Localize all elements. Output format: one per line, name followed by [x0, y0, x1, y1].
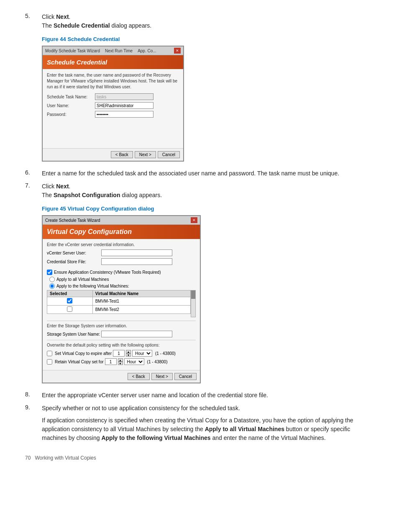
dialog-titlebar: Modify Schedule Task Wizard Next Run Tim… [43, 46, 183, 55]
step-8: 8. Enter the appropriate vCenter server … [25, 391, 374, 400]
retain-row: Retain Virtual Copy set for ▲ ▼ Hour (1 … [47, 358, 196, 365]
apply-following-vms-radio[interactable] [49, 283, 55, 289]
step-8-number: 8. [25, 391, 42, 398]
apply-all-vms-radio[interactable] [49, 277, 55, 282]
vm2-name-cell: BMVM-Test2 [92, 306, 190, 314]
step-7: 7. Click Next. The Snapshot Configuratio… [25, 182, 374, 200]
vcc-close-button[interactable]: ✕ [191, 217, 197, 223]
expire-range: (1 - 43800) [155, 351, 176, 356]
step-6-text: Enter a name for the scheduled task and … [42, 169, 339, 178]
expire-spinner: ▲ ▼ [126, 350, 131, 357]
figure-44-caption: Figure 44 Schedule Credential [42, 36, 374, 42]
step-9-text: Specify whether or not to use applicatio… [42, 405, 240, 411]
schedule-task-name-row: Schedule Task Name: [47, 93, 179, 100]
step-6-number: 6. [25, 169, 42, 176]
retain-value-input[interactable] [105, 358, 117, 365]
password-label: Password: [47, 112, 95, 117]
schedule-task-name-input[interactable] [95, 93, 153, 100]
dialog-title-tabs: Modify Schedule Task Wizard Next Run Tim… [45, 49, 156, 53]
vm-table-container: Selected Virtual Machine Name BMVM-Test1 [47, 290, 196, 317]
step-9: 9. Specify whether or not to use applica… [25, 404, 374, 442]
vcenter-user-input[interactable] [101, 249, 172, 256]
expire-unit-dropdown[interactable]: Hour [132, 350, 152, 357]
divider-2 [47, 340, 196, 340]
vcc-dialog-titlebar: Create Schedule Task Wizard ✕ [43, 216, 200, 225]
vm2-selected-cell [47, 306, 93, 314]
expire-checkbox[interactable] [47, 351, 52, 356]
vcc-footer: < Back Next > Cancel [43, 370, 200, 383]
back-button[interactable]: < Back [111, 151, 133, 158]
vm1-name-cell: BMVM-Test1 [92, 297, 190, 306]
vcc-dialog-wrapper: Create Schedule Task Wizard ✕ Virtual Co… [42, 215, 374, 383]
step-7-dialog-name: Snapshot Configuration [54, 192, 120, 198]
password-row: Password: [47, 111, 179, 118]
dialog-close-button[interactable]: ✕ [174, 48, 181, 54]
next-button[interactable]: Next > [135, 151, 156, 158]
vcc-body: Enter the vCenter server credential info… [43, 239, 200, 370]
vcc-dialog-title: Create Schedule Task Wizard [45, 218, 100, 223]
vm2-checkbox[interactable] [67, 306, 72, 312]
cancel-button[interactable]: Cancel [158, 151, 180, 158]
apply-all-bold: Apply to all Virtual Machines [205, 426, 284, 432]
divider-1 [47, 321, 196, 321]
retain-range: (1 - 43800) [147, 360, 168, 364]
storage-user-label: Storage System User Name: [47, 332, 101, 337]
vm1-checkbox[interactable] [67, 298, 72, 303]
expire-row: Set Virtual Copy to expire after ▲ ▼ Hou… [47, 350, 196, 357]
apply-all-vms-label: Apply to all Virtual Machines [56, 277, 109, 282]
step-7-bold: Next [56, 183, 69, 190]
step-5-bold: Next [56, 13, 69, 20]
expire-text: Set Virtual Copy to expire after [55, 351, 112, 356]
figure-45-caption: Figure 45 Virtual Copy Configuration dia… [42, 206, 374, 212]
expire-value-input[interactable] [113, 350, 125, 357]
dialog-tab-2: Next Run Time [105, 49, 133, 53]
step-7-text: Click Next. The Snapshot Configuration d… [42, 182, 162, 200]
vcc-header-title: Virtual Copy Configuration [43, 225, 200, 239]
step-5: 5. Click Next. The Schedule Credential d… [25, 13, 374, 30]
col-selected: Selected [47, 290, 93, 297]
apply-all-vms-row: Apply to all Virtual Machines [49, 277, 196, 282]
step-6: 6. Enter a name for the scheduled task a… [25, 169, 374, 178]
vm-table: Selected Virtual Machine Name BMVM-Test1 [47, 290, 191, 314]
storage-user-input[interactable] [101, 331, 172, 337]
app-consistency-checkbox[interactable] [47, 270, 52, 275]
step-8-text: Enter the appropriate vCenter server use… [42, 391, 268, 400]
table-row: BMVM-Test1 [47, 297, 191, 306]
user-name-label: User Name: [47, 103, 95, 108]
footer-section: Working with Virtual Copies [35, 455, 96, 461]
vcc-back-button[interactable]: < Back [128, 373, 150, 380]
dialog-body: Enter the task name, the user name and p… [43, 69, 183, 148]
table-row: BMVM-Test2 [47, 306, 191, 314]
retain-text: Retain Virtual Copy set for [55, 360, 104, 364]
credential-store-input[interactable] [101, 258, 172, 265]
vcenter-user-label: vCenter Server User: [47, 251, 101, 255]
user-name-row: User Name: [47, 102, 179, 109]
password-input[interactable] [95, 111, 153, 118]
storage-section-label: Enter the Storage System user informatio… [47, 324, 196, 328]
footer-page-num: 70 [25, 455, 31, 461]
storage-user-row: Storage System User Name: [47, 331, 196, 337]
step-5-dialog-name: Schedule Credential [54, 22, 110, 29]
credential-store-row: Credential Store File: [47, 258, 196, 265]
expire-spin-down[interactable]: ▼ [126, 353, 131, 357]
expire-spin-up[interactable]: ▲ [126, 350, 131, 353]
dialog-footer: < Back Next > Cancel [43, 148, 183, 161]
col-vm-name: Virtual Machine Name [92, 290, 190, 297]
user-name-input[interactable] [95, 102, 153, 109]
schedule-credential-dialog: Modify Schedule Task Wizard Next Run Tim… [42, 46, 184, 162]
retain-spin-down[interactable]: ▼ [118, 362, 123, 365]
step-5-number: 5. [25, 13, 42, 19]
app-consistency-row: Ensure Application Consistency (VMware T… [47, 270, 196, 275]
table-scrollbar[interactable] [191, 290, 196, 317]
apply-following-vms-label: Apply to the following Virtual Machines: [56, 284, 129, 288]
retain-spinner: ▲ ▼ [118, 358, 123, 365]
vcc-cancel-button[interactable]: Cancel [174, 373, 197, 380]
retain-spin-up[interactable]: ▲ [118, 358, 123, 362]
step-9-number: 9. [25, 404, 42, 411]
retain-unit-dropdown[interactable]: Hour [124, 358, 144, 365]
step-9-content: Specify whether or not to use applicatio… [42, 404, 374, 442]
retain-checkbox[interactable] [47, 359, 52, 365]
vcc-next-button[interactable]: Next > [151, 373, 173, 380]
schedule-task-name-label: Schedule Task Name: [47, 95, 95, 99]
schedule-credential-dialog-wrapper: Modify Schedule Task Wizard Next Run Tim… [42, 46, 374, 162]
